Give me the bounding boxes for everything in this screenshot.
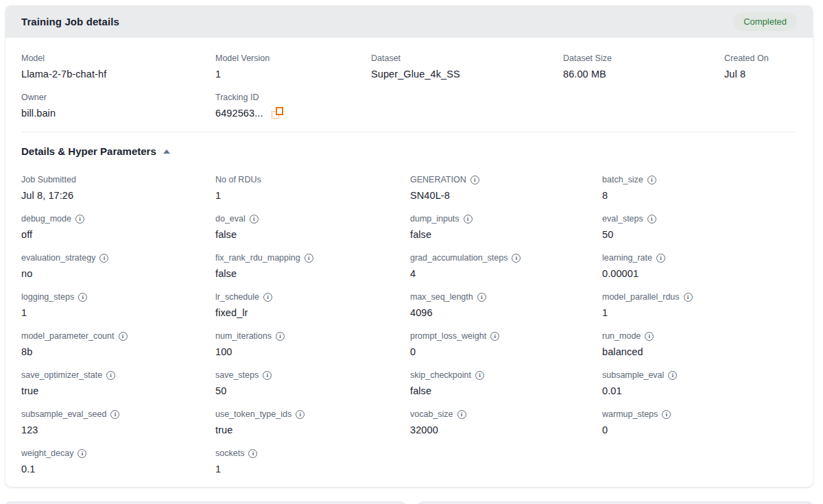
- field-label: Model Version: [215, 53, 270, 63]
- field-value: false: [410, 385, 431, 396]
- info-icon[interactable]: [106, 371, 115, 380]
- info-icon[interactable]: [248, 449, 257, 458]
- field: dump_inputs false: [410, 213, 602, 241]
- field-label: Dataset: [371, 53, 401, 63]
- field-label: model_parallel_rdus: [602, 292, 680, 302]
- field: do_eval false: [215, 213, 410, 241]
- field: save_steps 50: [215, 370, 410, 398]
- field-label: do_eval: [215, 214, 246, 224]
- card-header: Training Job details Completed: [5, 5, 813, 38]
- field: sockets 1: [215, 448, 410, 476]
- field: logging_steps 1: [21, 291, 215, 320]
- card-body: Model Llama-2-7b-chat-hf Model Version 1…: [5, 38, 813, 487]
- field-value: true: [21, 385, 38, 396]
- info-icon[interactable]: [477, 293, 486, 302]
- field-value: Llama-2-7b-chat-hf: [21, 69, 106, 80]
- field: fix_rank_rdu_mapping false: [215, 252, 410, 280]
- info-icon[interactable]: [75, 215, 84, 224]
- info-icon[interactable]: [263, 293, 272, 302]
- info-icon[interactable]: [647, 176, 656, 184]
- field: subsample_eval 0.01: [602, 370, 797, 398]
- field-value: 123: [21, 424, 38, 435]
- details-section-title: Details & Hyper Parameters: [21, 145, 156, 157]
- field-value: Jul 8: [724, 69, 746, 80]
- info-icon[interactable]: [305, 254, 313, 263]
- info-icon[interactable]: [110, 410, 119, 419]
- field-label: batch_size: [602, 175, 643, 184]
- field-value: true: [215, 424, 232, 435]
- field-value: 4: [410, 268, 416, 279]
- info-icon[interactable]: [662, 410, 671, 419]
- field-value: fixed_lr: [215, 307, 248, 318]
- info-icon[interactable]: [263, 371, 272, 380]
- field-value: 50: [602, 229, 613, 240]
- field: model_parameter_count 8b: [21, 331, 215, 359]
- field-label: warmup_steps: [602, 409, 658, 419]
- field: weight_decay 0.1: [21, 448, 215, 476]
- info-icon[interactable]: [470, 176, 479, 184]
- section-divider: [21, 132, 797, 132]
- hyper-parameters-grid: Job Submitted Jul 8, 17:26 No of RDUs 1 …: [21, 174, 797, 487]
- field-label: lr_schedule: [215, 292, 259, 302]
- field-label: num_iterations: [215, 331, 272, 341]
- field: batch_size 8: [602, 174, 797, 202]
- info-icon[interactable]: [276, 332, 285, 341]
- info-icon[interactable]: [668, 371, 677, 380]
- field-value: 0: [410, 346, 416, 357]
- info-icon[interactable]: [647, 215, 656, 224]
- field-value: 0.1: [21, 464, 35, 475]
- field-value: Super_Glue_4k_SS: [371, 69, 460, 80]
- field: GENERATION SN40L-8: [410, 174, 602, 202]
- field-value: 32000: [410, 424, 438, 435]
- field-value: 0.00001: [602, 268, 639, 279]
- field: grad_accumulation_steps 4: [410, 252, 602, 280]
- training-job-details-card: Training Job details Completed Model Lla…: [5, 5, 813, 487]
- field-label: debug_mode: [21, 214, 71, 224]
- field-label: GENERATION: [410, 175, 466, 184]
- field: prompt_loss_weight 0: [410, 331, 602, 359]
- info-icon[interactable]: [464, 215, 473, 224]
- copy-icon[interactable]: [272, 107, 283, 119]
- field-value: false: [215, 229, 237, 240]
- field: debug_mode off: [21, 213, 215, 241]
- chevron-up-icon[interactable]: [163, 149, 170, 154]
- field: Created On Jul 8: [724, 53, 797, 81]
- info-icon[interactable]: [77, 449, 86, 458]
- info-icon[interactable]: [656, 254, 665, 263]
- info-icon[interactable]: [512, 254, 521, 263]
- field-label: model_parameter_count: [21, 331, 115, 341]
- info-icon[interactable]: [490, 332, 499, 341]
- field-label: save_optimizer_state: [21, 370, 102, 380]
- field: max_seq_length 4096: [410, 291, 602, 320]
- info-icon[interactable]: [684, 293, 693, 302]
- field: Model Version 1: [215, 53, 371, 81]
- info-icon[interactable]: [457, 410, 466, 419]
- field: num_iterations 100: [215, 331, 410, 359]
- field: Owner bill.bain: [21, 92, 215, 120]
- field-value: 1: [215, 69, 221, 80]
- field: use_token_type_ids true: [215, 409, 410, 437]
- details-section-toggle[interactable]: Details & Hyper Parameters: [21, 145, 170, 157]
- field-label: learning_rate: [602, 253, 652, 263]
- field-label: sockets: [215, 448, 244, 458]
- field-value: 4096: [410, 307, 433, 318]
- field-label: subsample_eval: [602, 370, 664, 380]
- info-icon[interactable]: [250, 215, 259, 224]
- info-icon[interactable]: [296, 410, 305, 419]
- info-icon[interactable]: [645, 332, 654, 341]
- field: skip_checkpoint false: [410, 370, 602, 398]
- info-icon[interactable]: [99, 254, 108, 263]
- info-icon[interactable]: [119, 332, 128, 341]
- field-label: prompt_loss_weight: [410, 331, 486, 341]
- field: lr_schedule fixed_lr: [215, 291, 410, 320]
- field-value: 100: [215, 346, 232, 357]
- field-value: 50: [215, 385, 226, 396]
- info-icon[interactable]: [475, 371, 484, 380]
- field-value: 0: [602, 424, 608, 435]
- field-label: Job Submitted: [21, 175, 76, 184]
- field-value: 1: [21, 307, 27, 318]
- status-badge: Completed: [733, 12, 797, 31]
- info-icon[interactable]: [78, 293, 87, 302]
- field: evaluation_strategy no: [21, 252, 215, 280]
- field-label: Tracking ID: [215, 93, 259, 102]
